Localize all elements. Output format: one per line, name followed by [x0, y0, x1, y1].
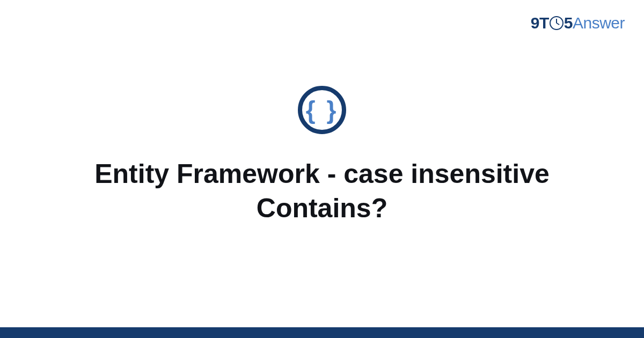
- main-content: { } Entity Framework - case insensitive …: [0, 86, 644, 225]
- code-braces-icon: { }: [298, 86, 346, 134]
- clock-icon: [550, 16, 564, 30]
- page-title: Entity Framework - case insensitive Cont…: [80, 157, 564, 225]
- brand-middle: 5: [564, 14, 573, 32]
- braces-glyph: { }: [306, 98, 339, 122]
- footer-bar: [0, 327, 644, 338]
- site-brand: 9T5Answer: [531, 14, 625, 32]
- brand-suffix: Answer: [573, 14, 625, 32]
- brand-prefix: 9T: [531, 14, 549, 32]
